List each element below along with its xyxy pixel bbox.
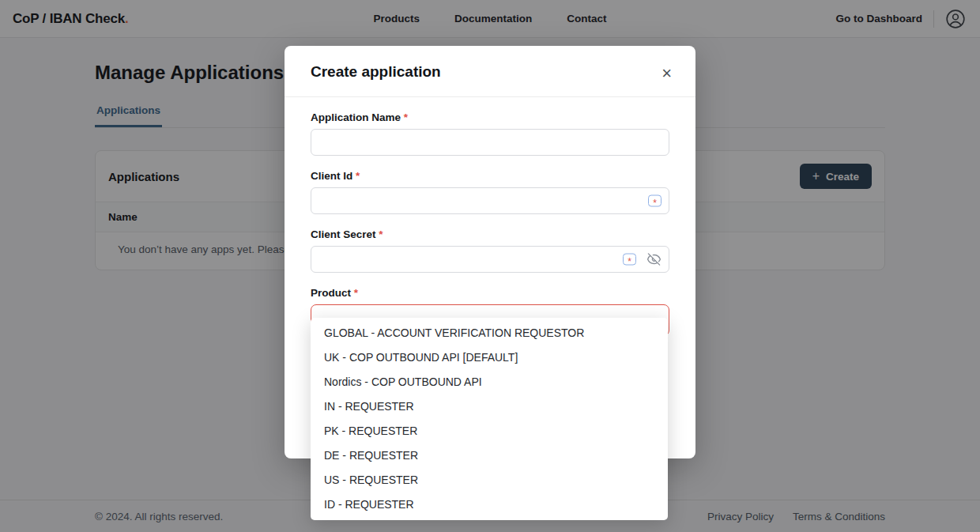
dropdown-option[interactable]: PK - REQUESTER (311, 419, 668, 443)
dropdown-option[interactable]: IN - REQUESTER (311, 394, 668, 419)
client-secret-input[interactable] (311, 246, 669, 273)
dropdown-option[interactable]: Nordics - COP OUTBOUND API (311, 370, 668, 394)
modal-title: Create application (311, 63, 441, 81)
client-secret-field-group: Client Secret * * (311, 228, 669, 273)
modal-header: Create application × (285, 46, 695, 97)
autofill-icon[interactable]: * (623, 254, 636, 266)
dropdown-option[interactable]: UK - COP OUTBOUND API [DEFAULT] (311, 345, 668, 370)
application-name-field-group: Application Name * (311, 111, 669, 156)
dropdown-option[interactable]: GLOBAL - ACCOUNT VERIFICATION REQUESTOR (311, 321, 668, 345)
client-id-field-group: Client Id * * (311, 170, 669, 214)
required-marker: * (354, 287, 358, 299)
eye-off-icon[interactable] (646, 252, 662, 267)
client-secret-label: Client Secret * (311, 228, 669, 240)
modal-body: Application Name * Client Id * * Client … (285, 111, 695, 336)
application-name-input[interactable] (311, 129, 669, 156)
dropdown-option[interactable]: DE - REQUESTER (311, 443, 668, 468)
dropdown-option[interactable]: ID - REQUESTER (311, 492, 668, 517)
close-icon[interactable]: × (657, 63, 677, 84)
autofill-icon[interactable]: * (648, 195, 662, 207)
product-dropdown: GLOBAL - ACCOUNT VERIFICATION REQUESTOR … (311, 318, 668, 520)
client-id-input[interactable] (311, 187, 669, 214)
dropdown-option[interactable]: US - REQUESTER (311, 468, 668, 492)
required-marker: * (379, 228, 383, 240)
application-name-label: Application Name * (311, 111, 669, 123)
client-id-label: Client Id * (311, 170, 669, 182)
product-label: Product * (311, 287, 669, 299)
required-marker: * (356, 170, 360, 182)
required-marker: * (404, 111, 408, 123)
